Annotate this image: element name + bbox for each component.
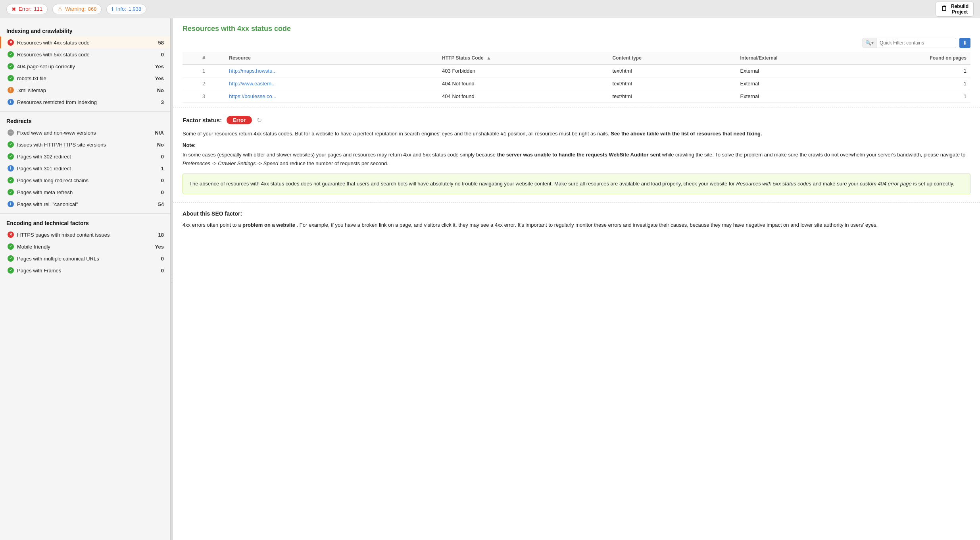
row-ie: External (736, 64, 864, 77)
sidebar-item-value: No (152, 87, 164, 93)
sidebar-item-5[interactable]: ✓ Pages with meta refresh 0 (0, 186, 170, 198)
row-status: 404 Not found (438, 90, 608, 103)
about-section: About this SEO factor: 4xx errors often … (173, 202, 980, 237)
table-body: 1 http://maps.howstu... 403 Forbidden te… (183, 64, 970, 103)
check-icon: ✓ (8, 243, 14, 250)
sidebar-item-3[interactable]: i Pages with 301 redirect 1 (0, 162, 170, 174)
sidebar-item-5[interactable]: i Resources restricted from indexing 3 (0, 96, 170, 108)
divider1 (0, 111, 170, 112)
info-label: Info: (116, 6, 126, 12)
sidebar-item-label: Pages with 302 redirect (17, 154, 149, 160)
row-status: 404 Not found (438, 77, 608, 90)
sidebar-item-2[interactable]: ✓ Pages with multiple canonical URLs 0 (0, 253, 170, 264)
sidebar-item-label: 404 page set up correctly (17, 64, 149, 69)
filter-search-icon[interactable]: 🔍▾ (863, 38, 876, 48)
row-resource[interactable]: http://maps.howstu... (225, 64, 438, 77)
sidebar-item-label: Pages with rel="canonical" (17, 201, 149, 207)
divider2 (0, 213, 170, 214)
table-toolbar: 🔍▾ ⬇ (183, 38, 970, 48)
check-icon: ✓ (8, 153, 14, 160)
factor-status-label: Factor status: (183, 117, 222, 123)
sidebar-item-value: 3 (152, 99, 164, 105)
green-note-italic1: Resources with 5xx status codes (736, 181, 811, 187)
table-row: 2 http://www.eastern... 404 Not found te… (183, 77, 970, 90)
note-bold: the server was unable to handle the requ… (497, 152, 661, 158)
factor-status-row: Factor status: Error ↻ (183, 116, 970, 124)
sidebar-item-value: 58 (152, 40, 164, 46)
sidebar-item-3[interactable]: ✓ Pages with Frames 0 (0, 264, 170, 276)
col-header-status[interactable]: HTTP Status Code ▲ (438, 52, 608, 64)
sidebar-item-label: Issues with HTTP/HTTPS site versions (17, 142, 149, 148)
row-content: text/html (608, 90, 736, 103)
row-ie: External (736, 90, 864, 103)
sidebar-item-4[interactable]: ✓ Pages with long redirect chains 0 (0, 174, 170, 186)
table-section: Resources with 4xx status code 🔍▾ ⬇ # Re… (173, 18, 980, 108)
warning-badge[interactable]: ⚠ Warning: 868 (52, 4, 102, 14)
sidebar-item-4[interactable]: ! .xml sitemap No (0, 84, 170, 96)
note-title: Note: (183, 142, 970, 148)
section3-title: Encoding and technical factors (0, 217, 170, 229)
sidebar-item-2[interactable]: ✓ 404 page set up correctly Yes (0, 60, 170, 72)
col-header-num: # (183, 52, 225, 64)
note-text: In some cases (especially with older and… (183, 150, 970, 168)
rebuild-button[interactable]: 🗒 Rebuild Project (936, 2, 974, 17)
info-icon: ℹ (111, 6, 113, 12)
green-note-box: The absence of resources with 4xx status… (183, 174, 970, 194)
row-num: 1 (183, 64, 225, 77)
green-note-italic2: custom 404 error page (860, 181, 912, 187)
check-icon: ✓ (8, 141, 14, 148)
filter-input[interactable] (876, 38, 956, 48)
check-icon: ✓ (8, 75, 14, 81)
filter-input-wrap: 🔍▾ (863, 38, 956, 48)
error-badge[interactable]: ✖ Error: 111 (6, 4, 48, 14)
factor-desc-bold: See the above table with the list of res… (611, 131, 762, 137)
col-header-resource: Resource (225, 52, 438, 64)
sidebar-item-label: Pages with Frames (17, 268, 149, 274)
sidebar-section3: ✕ HTTPS pages with mixed content issues … (0, 229, 170, 276)
row-content: text/html (608, 64, 736, 77)
sidebar-item-1[interactable]: ✓ Issues with HTTP/HTTPS site versions N… (0, 139, 170, 150)
sidebar-item-label: Pages with 301 redirect (17, 166, 149, 172)
warning-label: Warning: (65, 6, 86, 12)
download-button[interactable]: ⬇ (959, 38, 970, 48)
main-layout: Indexing and crawlability ✕ Resources wi… (0, 18, 980, 540)
sidebar-item-label: Pages with meta refresh (17, 189, 149, 195)
info-icon: i (8, 165, 14, 172)
sidebar-item-label: Resources with 4xx status code (17, 40, 149, 46)
sidebar-item-3[interactable]: ✓ robots.txt file Yes (0, 72, 170, 84)
dash-icon: — (8, 129, 14, 136)
table-row: 1 http://maps.howstu... 403 Forbidden te… (183, 64, 970, 77)
row-ie: External (736, 77, 864, 90)
table-row: 3 https://boulesse.co... 404 Not found t… (183, 90, 970, 103)
sidebar: Indexing and crawlability ✕ Resources wi… (0, 18, 171, 540)
col-header-found: Found on pages (864, 52, 970, 64)
sidebar-section2: — Fixed www and non-www versions N/A✓ Is… (0, 127, 170, 210)
col-header-ie: Internal/External (736, 52, 864, 64)
sidebar-item-label: Resources restricted from indexing (17, 99, 149, 105)
section2-title: Redirects (0, 115, 170, 127)
sidebar-item-1[interactable]: ✓ Resources with 5xx status code 0 (0, 48, 170, 60)
about-text: 4xx errors often point to a problem on a… (183, 221, 970, 230)
sort-arrow-icon: ▲ (486, 55, 491, 61)
sidebar-section1: ✕ Resources with 4xx status code 58✓ Res… (0, 37, 170, 108)
check-icon: ✓ (8, 63, 14, 69)
factor-status-badge: Error (227, 116, 252, 124)
refresh-icon[interactable]: ↻ (257, 116, 262, 124)
sidebar-item-6[interactable]: i Pages with rel="canonical" 54 (0, 198, 170, 210)
row-resource[interactable]: https://boulesse.co... (225, 90, 438, 103)
warning-icon: ⚠ (58, 6, 63, 12)
sidebar-item-0[interactable]: ✕ HTTPS pages with mixed content issues … (0, 229, 170, 241)
sidebar-item-0[interactable]: — Fixed www and non-www versions N/A (0, 127, 170, 139)
sidebar-item-0[interactable]: ✕ Resources with 4xx status code 58 (0, 37, 170, 48)
info-badge[interactable]: ℹ Info: 1,938 (106, 4, 146, 14)
content-panel: Resources with 4xx status code 🔍▾ ⬇ # Re… (173, 18, 980, 540)
row-resource[interactable]: http://www.eastern... (225, 77, 438, 90)
check-icon: ✓ (8, 51, 14, 58)
sidebar-item-label: HTTPS pages with mixed content issues (17, 232, 149, 238)
about-bold: problem on a website (242, 222, 295, 228)
about-title: About this SEO factor: (183, 210, 970, 217)
content-title: Resources with 4xx status code (183, 25, 970, 33)
sidebar-item-2[interactable]: ✓ Pages with 302 redirect 0 (0, 150, 170, 162)
error-icon: ✖ (12, 6, 16, 12)
sidebar-item-1[interactable]: ✓ Mobile friendly Yes (0, 241, 170, 253)
